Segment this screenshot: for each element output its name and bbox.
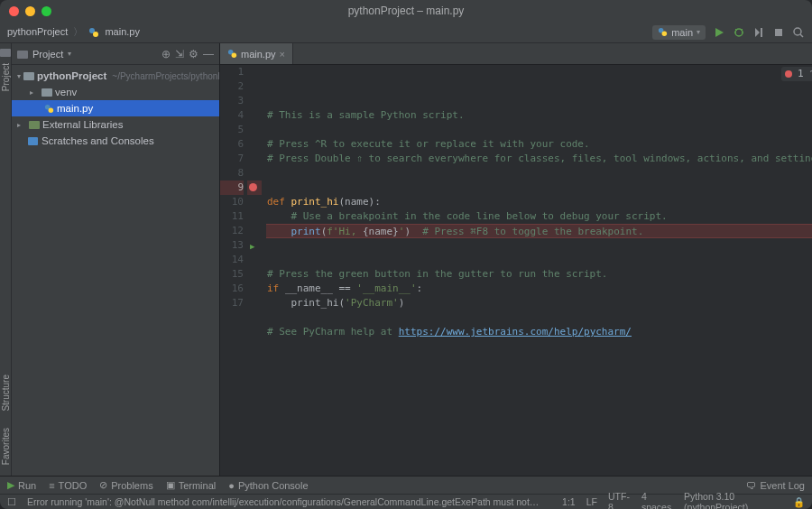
run-icon[interactable] xyxy=(713,26,725,39)
tree-venv[interactable]: ▸ venv xyxy=(12,84,219,100)
python-console-tool-tab[interactable]: ●Python Console xyxy=(228,480,308,491)
code-line[interactable]: def print_hi(name): xyxy=(267,195,812,209)
code-line[interactable] xyxy=(267,339,812,354)
editor-tab-mainpy[interactable]: main.py × xyxy=(220,43,293,64)
line-separator[interactable]: LF xyxy=(586,496,597,507)
project-icon[interactable] xyxy=(0,47,11,58)
run-config-selector[interactable]: main ▾ xyxy=(652,25,706,40)
run-anything-icon[interactable] xyxy=(752,26,765,39)
close-window-button[interactable] xyxy=(9,6,19,16)
code-line[interactable]: print(f'Hi, {name}') # Press ⌘F8 to togg… xyxy=(266,224,812,238)
chevron-down-icon[interactable]: ▾ xyxy=(68,50,71,58)
code-line[interactable] xyxy=(267,123,812,137)
tree-external[interactable]: ▸ External Libraries xyxy=(12,116,219,133)
gutter-mark[interactable] xyxy=(247,180,262,195)
gutter-mark[interactable] xyxy=(247,253,262,267)
favorites-tool-tab[interactable]: Favorites xyxy=(1,422,11,470)
breadcrumb-file[interactable]: main.py xyxy=(105,26,140,37)
line-number[interactable]: 11 xyxy=(220,209,244,224)
code-line[interactable]: # Press ^R to execute it or replace it w… xyxy=(267,137,812,152)
run-gutter-icon[interactable]: ▶ xyxy=(250,239,254,254)
caret-position[interactable]: 1:1 xyxy=(562,496,576,507)
gutter-mark[interactable]: ▶ xyxy=(247,238,262,253)
status-message-icon[interactable]: ☐ xyxy=(7,496,16,507)
line-number[interactable]: 1 xyxy=(220,65,244,79)
lock-icon[interactable]: 🔒 xyxy=(793,496,805,508)
todo-tool-tab[interactable]: ≡TODO xyxy=(49,480,87,491)
code-line[interactable] xyxy=(267,238,812,253)
line-number[interactable]: 12 xyxy=(220,224,244,238)
line-number[interactable]: 10 xyxy=(220,195,244,209)
status-message[interactable]: Error running 'main': @NotNull method co… xyxy=(27,496,540,507)
gutter-mark[interactable] xyxy=(247,166,262,180)
gutter-mark[interactable] xyxy=(247,209,262,224)
debug-icon[interactable] xyxy=(733,26,745,39)
line-number[interactable]: 16 xyxy=(220,282,244,296)
breadcrumb[interactable]: pythonProject 〉 main.py xyxy=(7,25,140,39)
gutter-mark[interactable] xyxy=(247,282,262,296)
code-line[interactable]: # Use a breakpoint in the code line belo… xyxy=(267,209,812,224)
problems-tool-tab[interactable]: ⊘Problems xyxy=(99,479,152,491)
chevron-right-icon[interactable]: ▸ xyxy=(30,88,39,97)
gutter-mark[interactable] xyxy=(247,137,262,152)
breakpoint-icon[interactable] xyxy=(249,183,257,191)
gutter-mark[interactable] xyxy=(247,65,262,79)
line-number[interactable]: 14 xyxy=(220,253,244,267)
gear-icon[interactable]: ⚙ xyxy=(189,48,198,60)
code-line[interactable] xyxy=(267,253,812,267)
code-line[interactable] xyxy=(267,310,812,325)
close-tab-icon[interactable]: × xyxy=(280,49,285,60)
code-line[interactable]: print_hi('PyCharm') xyxy=(267,296,812,310)
line-number[interactable]: 2 xyxy=(220,79,244,94)
inspection-indicator[interactable]: 1 ˄˅ xyxy=(781,67,812,81)
prev-error-icon[interactable]: ˄ xyxy=(809,67,812,81)
marks-gutter[interactable]: ▶ xyxy=(247,65,262,476)
breadcrumb-project[interactable]: pythonProject xyxy=(7,26,68,37)
line-number[interactable]: 17 xyxy=(220,296,244,310)
gutter-mark[interactable] xyxy=(247,267,262,282)
minimize-window-button[interactable] xyxy=(25,6,35,16)
tree-mainpy[interactable]: main.py xyxy=(12,100,219,116)
stop-icon[interactable] xyxy=(772,26,785,39)
line-number[interactable]: 15 xyxy=(220,267,244,282)
interpreter[interactable]: Python 3.10 (pythonProject) xyxy=(684,491,782,509)
gutter-mark[interactable] xyxy=(247,152,262,166)
line-number[interactable]: 8 xyxy=(220,166,244,180)
code-line[interactable]: # Press Double ⇧ to search everywhere fo… xyxy=(267,152,812,166)
line-number[interactable]: 9 xyxy=(220,180,244,195)
encoding[interactable]: UTF-8 xyxy=(608,491,631,509)
terminal-tool-tab[interactable]: ▣Terminal xyxy=(166,479,217,491)
gutter-mark[interactable] xyxy=(247,123,262,137)
code-line[interactable]: # Press the green button in the gutter t… xyxy=(267,267,812,282)
tree-root[interactable]: ▾ pythonProject ~/PycharmProjects/python… xyxy=(12,68,219,84)
chevron-down-icon[interactable]: ▾ xyxy=(17,72,21,80)
code-line[interactable] xyxy=(267,166,812,180)
expand-all-icon[interactable]: ⇲ xyxy=(175,48,184,60)
line-number[interactable]: 3 xyxy=(220,94,244,108)
tree-scratches[interactable]: Scratches and Consoles xyxy=(12,133,219,149)
locate-icon[interactable]: ⊕ xyxy=(161,48,171,60)
event-log-tool-tab[interactable]: 🗨Event Log xyxy=(746,480,805,491)
code-line[interactable]: if __name__ == '__main__': xyxy=(267,282,812,296)
chevron-right-icon[interactable]: ▸ xyxy=(17,121,26,129)
gutter-mark[interactable] xyxy=(247,195,262,209)
hide-panel-icon[interactable]: — xyxy=(203,48,214,60)
maximize-window-button[interactable] xyxy=(42,6,51,16)
gutter-mark[interactable] xyxy=(247,94,262,108)
gutter-mark[interactable] xyxy=(247,224,262,238)
project-tool-tab[interactable]: Project xyxy=(1,58,11,97)
line-number[interactable]: 13 xyxy=(220,238,244,253)
gutter-mark[interactable] xyxy=(247,296,262,310)
editor-body[interactable]: 1234567891011121314151617 ▶ 1 ˄˅ # This … xyxy=(220,65,812,476)
code-line[interactable]: # This is a sample Python script. xyxy=(267,108,812,123)
line-number[interactable]: 5 xyxy=(220,123,244,137)
line-number[interactable]: 7 xyxy=(220,152,244,166)
line-number[interactable]: 6 xyxy=(220,137,244,152)
line-number[interactable]: 4 xyxy=(220,108,244,123)
gutter-mark[interactable] xyxy=(247,79,262,94)
search-icon[interactable] xyxy=(792,26,805,39)
run-tool-tab[interactable]: ▶Run xyxy=(7,479,36,491)
code-line[interactable]: # See PyCharm help at https://www.jetbra… xyxy=(267,325,812,339)
code-area[interactable]: 1 ˄˅ # This is a sample Python script. #… xyxy=(262,65,812,476)
indent-setting[interactable]: 4 spaces xyxy=(641,491,673,509)
